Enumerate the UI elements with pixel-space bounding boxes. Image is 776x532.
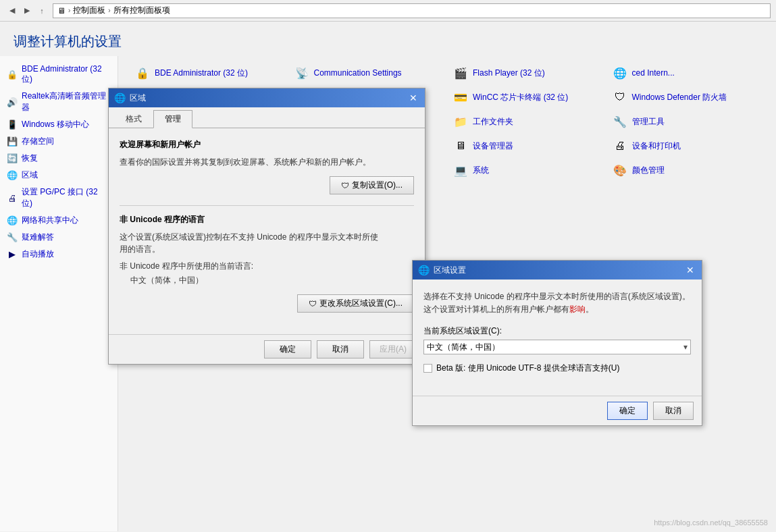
region-settings-desc: 选择在不支持 Unicode 的程序中显示文本时所使用的语言(系统区域设置)。这… [423, 290, 691, 316]
region-dialog-close-button[interactable]: ✕ [407, 92, 419, 104]
cp-item-defender[interactable]: 🛡 Windows Defender 防火墙 [606, 86, 766, 109]
region-settings-titlebar: 🌐 区域设置 ✕ [413, 261, 702, 280]
admin-tools-icon: 🔧 [612, 113, 628, 130]
sidebar-item-device-pg[interactable]: 🖨 设置 PG/PC 接口 (32 位) [0, 184, 118, 212]
forward-button[interactable]: ▶ [20, 4, 34, 18]
non-unicode-title: 非 Unicode 程序的语言 [120, 214, 414, 225]
wincc-icon: 💳 [452, 89, 469, 105]
region-settings-cancel-button[interactable]: 取消 [653, 402, 694, 420]
cp-item-devices-printers[interactable]: 🖨 设备和打印机 [606, 134, 766, 157]
section-divider [120, 205, 414, 206]
change-locale-shield-icon: 🛡 [309, 299, 317, 309]
sidebar-label-device-pg: 设置 PG/PC 接口 (32 位) [22, 186, 111, 209]
sidebar-label-region: 区域 [22, 169, 38, 181]
cp-item-bde-top[interactable]: 🔒 BDE Administrator (32 位) [129, 61, 288, 84]
cp-item-admin-tools[interactable]: 🔧 管理工具 [606, 110, 766, 133]
welcome-section-desc: 查看你的国际设置并将其复制到欢迎屏幕、系统帐户和新的用户帐户。 [120, 156, 414, 168]
device-pg-icon: 🖨 [7, 192, 18, 203]
nav-buttons: ◀ ▶ ↑ [5, 4, 49, 18]
cp-item-system[interactable]: 💻 系统 [447, 159, 606, 182]
troubleshoot-icon: 🔧 [7, 232, 18, 243]
sidebar-item-troubleshoot[interactable]: 🔧 疑难解答 [0, 229, 118, 246]
sidebar-label-troubleshoot: 疑难解答 [22, 232, 54, 243]
region-dialog-body: 欢迎屏幕和新用户帐户 查看你的国际设置并将其复制到欢迎屏幕、系统帐户和新的用户帐… [109, 128, 425, 334]
cp-item-workfolder[interactable]: 📁 工作文件夹 [447, 110, 606, 133]
up-button[interactable]: ↑ [35, 4, 49, 18]
storage-icon: 💾 [7, 136, 18, 147]
system-locale-value: 中文（简体，中国） [427, 342, 500, 353]
copy-settings-shield-icon: 🛡 [341, 181, 349, 190]
sidebar: 🔒 BDE Administrator (32 位) 🔊 Realtek高清晰音… [0, 56, 118, 531]
region-dialog-icon: 🌐 [114, 92, 126, 103]
network-icon: 🌐 [7, 215, 18, 226]
sidebar-item-bde[interactable]: 🔒 BDE Administrator (32 位) [0, 61, 118, 88]
region-settings-icon: 🌐 [418, 265, 430, 275]
region-settings-close-button[interactable]: ✕ [684, 264, 696, 276]
commsettings-icon: 📡 [294, 65, 310, 81]
region-settings-ok-button[interactable]: 确定 [607, 402, 648, 420]
current-lang-label: 非 Unicode 程序中所使用的当前语言: [120, 261, 414, 272]
breadcrumb-icon: 🖥 [57, 6, 66, 16]
back-button[interactable]: ◀ [5, 4, 19, 18]
copy-settings-button[interactable]: 🛡 复制设置(O)... [330, 176, 414, 194]
region-settings-footer: 确定 取消 [413, 396, 702, 425]
sidebar-item-region[interactable]: 🌐 区域 [0, 167, 118, 184]
region-ok-button[interactable]: 确定 [264, 340, 311, 358]
sidebar-label-realtek: Realtek高清晰音频管理器 [22, 90, 111, 113]
device-mgr-icon: 🖥 [452, 138, 469, 154]
bde-top-icon: 🔒 [134, 65, 151, 81]
current-lang-value: 中文（简体，中国） [130, 275, 414, 286]
non-unicode-desc: 这个设置(系统区域设置)控制在不支持 Unicode 的程序中显示文本时所使用的… [120, 231, 414, 255]
cp-item-device-mgr[interactable]: 🖥 设备管理器 [447, 134, 606, 157]
beta-checkbox-label: Beta 版: 使用 Unicode UTF-8 提供全球语言支持(U) [436, 363, 619, 374]
copy-settings-row: 🛡 复制设置(O)... [120, 176, 414, 194]
cp-item-inadvanced[interactable]: 🌐 ced Intern... [606, 61, 766, 84]
cp-item-flash[interactable]: 🎬 Flash Player (32 位) [447, 61, 606, 84]
sidebar-label-mobile: Windows 移动中心 [22, 119, 89, 130]
sidebar-item-restore[interactable]: 🔄 恢复 [0, 150, 118, 167]
devices-printers-icon: 🖨 [612, 138, 628, 154]
region-dialog-footer: 确定 取消 应用(A) [109, 334, 425, 364]
system-icon: 💻 [452, 162, 469, 178]
sidebar-label-bde: BDE Administrator (32 位) [22, 64, 111, 85]
select-arrow-icon: ▾ [683, 342, 688, 352]
cp-item-color[interactable]: 🎨 颜色管理 [606, 159, 766, 182]
region-apply-button[interactable]: 应用(A) [369, 340, 417, 358]
page-title: 调整计算机的设置 [0, 22, 776, 56]
cp-item-wincc[interactable]: 💳 WinCC 芯片卡终端 (32 位) [447, 86, 606, 109]
beta-checkbox[interactable] [423, 364, 432, 373]
copy-settings-label: 复制设置(O)... [352, 180, 403, 191]
tab-manage[interactable]: 管理 [153, 110, 192, 128]
cp-item-commsettings[interactable]: 📡 Communication Settings [288, 61, 448, 84]
realtek-icon: 🔊 [7, 97, 18, 107]
sidebar-item-storage[interactable]: 💾 存储空间 [0, 133, 118, 150]
sidebar-item-mobile[interactable]: 📱 Windows 移动中心 [0, 116, 118, 133]
welcome-section-title: 欢迎屏幕和新用户帐户 [120, 139, 414, 151]
sidebar-item-network[interactable]: 🌐 网络和共享中心 [0, 212, 118, 229]
breadcrumb-current[interactable]: 所有控制面板项 [113, 5, 170, 16]
region-dialog-tabs: 格式 管理 [109, 107, 425, 128]
mobile-icon: 📱 [7, 119, 18, 130]
autoplay-icon: ▶ [7, 249, 18, 260]
system-locale-select[interactable]: 中文（简体，中国） ▾ [423, 340, 691, 354]
region-cancel-button[interactable]: 取消 [317, 340, 364, 358]
sidebar-item-autoplay[interactable]: ▶ 自动播放 [0, 246, 118, 263]
region-settings-dialog: 🌐 区域设置 ✕ 选择在不支持 Unicode 的程序中显示文本时所使用的语言(… [412, 260, 702, 426]
bde-icon: 🔒 [7, 70, 18, 80]
sidebar-label-autoplay: 自动播放 [22, 248, 54, 260]
inadvanced-icon: 🌐 [612, 65, 628, 81]
flash-icon: 🎬 [452, 65, 469, 81]
restore-icon: 🔄 [7, 153, 18, 164]
change-system-locale-row: 🛡 更改系统区域设置(C)... [120, 294, 414, 313]
tab-format[interactable]: 格式 [114, 110, 153, 128]
region-settings-body: 选择在不支持 Unicode 的程序中显示文本时所使用的语言(系统区域设置)。这… [413, 280, 702, 396]
sidebar-item-realtek[interactable]: 🔊 Realtek高清晰音频管理器 [0, 88, 118, 116]
region-settings-title: 区域设置 [434, 265, 466, 276]
color-icon: 🎨 [612, 162, 628, 178]
region-icon: 🌐 [7, 170, 18, 181]
sidebar-label-storage: 存储空间 [22, 136, 54, 147]
breadcrumb-root[interactable]: 控制面板 [73, 5, 105, 16]
current-system-label: 当前系统区域设置(C): [423, 325, 691, 337]
system-locale-select-row: 中文（简体，中国） ▾ [423, 340, 691, 354]
change-system-locale-button[interactable]: 🛡 更改系统区域设置(C)... [297, 294, 414, 313]
